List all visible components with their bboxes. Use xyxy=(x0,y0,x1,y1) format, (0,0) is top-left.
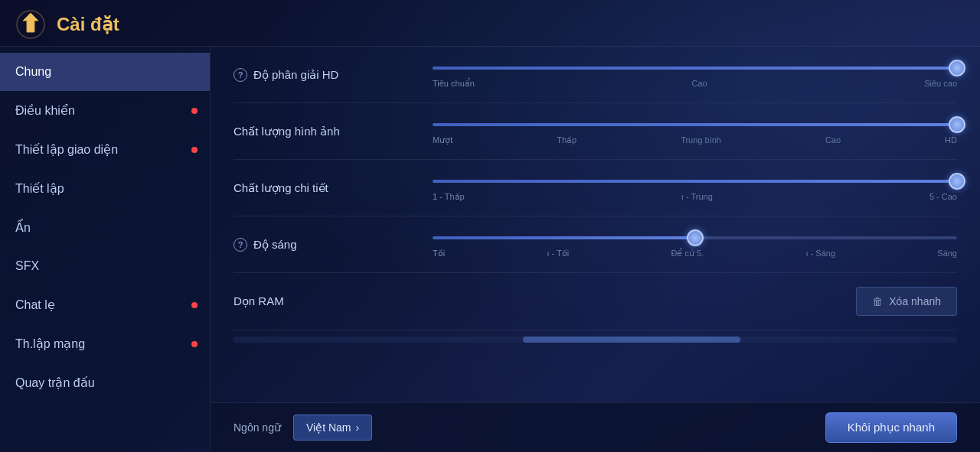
sidebar-label-thiet-lap: Thiết lập xyxy=(15,181,64,196)
content-area: ? Độ phân giải HD Tiêu chuẩn Cao Siêu ca… xyxy=(211,47,980,449)
detail-quality-label: Chất lượng chi tiết xyxy=(234,181,433,195)
detail-quality-slider-labels: 1 - Thấp ı - Trung 5 - Cao xyxy=(433,192,957,202)
image-quality-label: Chất lượng hình ảnh xyxy=(234,125,433,138)
resolution-label: ? Độ phân giải HD xyxy=(234,68,433,82)
brightness-label-0: Tối xyxy=(433,249,445,259)
resolution-label-2: Siêu cao xyxy=(924,79,957,89)
brightness-slider-fill xyxy=(433,236,695,239)
sidebar-item-thiet-lap[interactable]: Thiết lập xyxy=(0,169,210,208)
sidebar-item-chat-le[interactable]: Chat lẹ xyxy=(0,285,210,324)
resolution-label-0: Tiêu chuẩn xyxy=(433,79,475,89)
sidebar: Chung Điều khiển Thiết lập giao diện Thi… xyxy=(0,47,211,449)
ram-label: Dọn RAM xyxy=(234,294,433,308)
image-quality-slider-container: Mượt Thấp Trung bình Cao HD xyxy=(433,117,957,145)
horizontal-scrollbar[interactable] xyxy=(234,337,957,343)
resolution-setting: ? Độ phân giải HD Tiêu chuẩn Cao Siêu ca… xyxy=(234,47,957,103)
image-quality-label-0: Mượt xyxy=(433,135,452,145)
detail-quality-slider-container: 1 - Thấp ı - Trung 5 - Cao xyxy=(433,174,957,202)
footer: Ngôn ngữ Việt Nam › Khôi phục nhanh xyxy=(211,402,980,452)
sidebar-dot-dieu-khien xyxy=(191,108,198,114)
detail-quality-slider-fill xyxy=(433,180,957,183)
sidebar-item-an[interactable]: Ẩn xyxy=(0,208,210,247)
trash-icon: 🗑 xyxy=(872,295,883,307)
sidebar-item-th-lap-mang[interactable]: Th.lập mạng xyxy=(0,324,210,363)
image-quality-setting: Chất lượng hình ảnh Mượt Thấp Trung bình… xyxy=(234,103,957,160)
detail-quality-label-0: 1 - Thấp xyxy=(433,192,465,202)
sidebar-item-quay-tran-dau[interactable]: Quay trận đấu xyxy=(0,363,210,402)
scrollbar-thumb xyxy=(523,337,740,343)
chevron-right-icon: › xyxy=(355,421,359,434)
brightness-label-4: Sáng xyxy=(937,249,957,259)
brightness-slider-thumb[interactable] xyxy=(687,229,704,246)
sidebar-label-quay-tran-dau: Quay trận đấu xyxy=(15,376,95,390)
image-quality-label-3: Cao xyxy=(825,135,841,145)
main-layout: Chung Điều khiển Thiết lập giao diện Thi… xyxy=(0,47,980,449)
xoa-nhanh-button[interactable]: 🗑 Xóa nhanh xyxy=(856,287,957,316)
image-quality-slider-thumb[interactable] xyxy=(949,116,965,133)
brightness-label-2: Để cứ 5. xyxy=(671,249,704,259)
sidebar-dot-thiet-lap-giao-dien xyxy=(191,147,198,153)
image-quality-label-1: Thấp xyxy=(557,135,577,145)
brightness-slider-track xyxy=(433,236,957,239)
sidebar-item-dieu-khien[interactable]: Điều khiển xyxy=(0,91,210,130)
sidebar-item-sfx[interactable]: SFX xyxy=(0,247,210,285)
resolution-slider-track xyxy=(433,67,957,70)
resolution-slider-labels: Tiêu chuẩn Cao Siêu cao xyxy=(433,79,957,89)
app-logo xyxy=(15,9,46,40)
image-quality-slider-track-wrapper[interactable] xyxy=(433,117,957,132)
sidebar-label-dieu-khien: Điều khiển xyxy=(15,103,75,118)
sidebar-label-thiet-lap-giao-dien: Thiết lập giao diện xyxy=(15,142,118,157)
sidebar-dot-chat-le xyxy=(191,302,198,308)
brightness-slider-labels: Tối ı - Tối Để cứ 5. ı - Sáng Sáng xyxy=(433,249,957,259)
detail-quality-slider-thumb[interactable] xyxy=(949,173,965,190)
resolution-slider-track-wrapper[interactable] xyxy=(433,60,957,76)
brightness-label: ? Độ sáng xyxy=(234,238,433,252)
restore-button[interactable]: Khôi phục nhanh xyxy=(825,412,957,443)
language-button[interactable]: Việt Nam › xyxy=(293,415,372,441)
brightness-label-1: ı - Tối xyxy=(547,249,569,259)
detail-quality-label-1: ı - Trung xyxy=(681,192,713,202)
brightness-slider-track-wrapper[interactable] xyxy=(433,230,957,246)
brightness-slider-container: Tối ı - Tối Để cứ 5. ı - Sáng Sáng xyxy=(433,230,957,259)
sidebar-label-chung: Chung xyxy=(15,65,51,79)
resolution-label-1: Cao xyxy=(691,79,707,89)
xoa-nhanh-label: Xóa nhanh xyxy=(889,295,941,307)
brightness-setting: ? Độ sáng Tối ı - Tối Để cứ 5. ı - Sáng … xyxy=(234,216,957,273)
detail-quality-label-2: 5 - Cao xyxy=(929,192,957,202)
resolution-slider-thumb[interactable] xyxy=(949,60,965,76)
brightness-help-icon[interactable]: ? xyxy=(234,238,247,252)
language-value: Việt Nam xyxy=(306,421,351,434)
resolution-help-icon[interactable]: ? xyxy=(234,68,247,82)
sidebar-label-chat-le: Chat lẹ xyxy=(15,298,55,312)
resolution-slider-fill xyxy=(433,67,957,70)
detail-quality-slider-track-wrapper[interactable] xyxy=(433,174,957,189)
header: Cài đặt xyxy=(0,0,980,47)
sidebar-label-th-lap-mang: Th.lập mạng xyxy=(15,337,85,351)
image-quality-label-4: HD xyxy=(945,135,957,145)
image-quality-slider-labels: Mượt Thấp Trung bình Cao HD xyxy=(433,135,957,145)
image-quality-label-2: Trung bình xyxy=(681,135,721,145)
restore-label: Khôi phục nhanh xyxy=(848,421,935,434)
brightness-label-3: ı - Sáng xyxy=(806,249,836,259)
sidebar-item-chung[interactable]: Chung xyxy=(0,53,210,91)
detail-quality-setting: Chất lượng chi tiết 1 - Thấp ı - Trung 5… xyxy=(234,160,957,216)
image-quality-slider-fill xyxy=(433,123,957,126)
sidebar-label-an: Ẩn xyxy=(15,220,31,235)
resolution-slider-container: Tiêu chuẩn Cao Siêu cao xyxy=(433,60,957,89)
sidebar-label-sfx: SFX xyxy=(15,259,39,273)
language-label: Ngôn ngữ xyxy=(234,421,281,434)
sidebar-item-thiet-lap-giao-dien[interactable]: Thiết lập giao diện xyxy=(0,130,210,169)
ram-setting: Dọn RAM 🗑 Xóa nhanh xyxy=(234,273,957,330)
sidebar-dot-th-lap-mang xyxy=(191,341,198,347)
image-quality-slider-track xyxy=(433,123,957,126)
page-title: Cài đặt xyxy=(57,14,119,35)
detail-quality-slider-track xyxy=(433,180,957,183)
